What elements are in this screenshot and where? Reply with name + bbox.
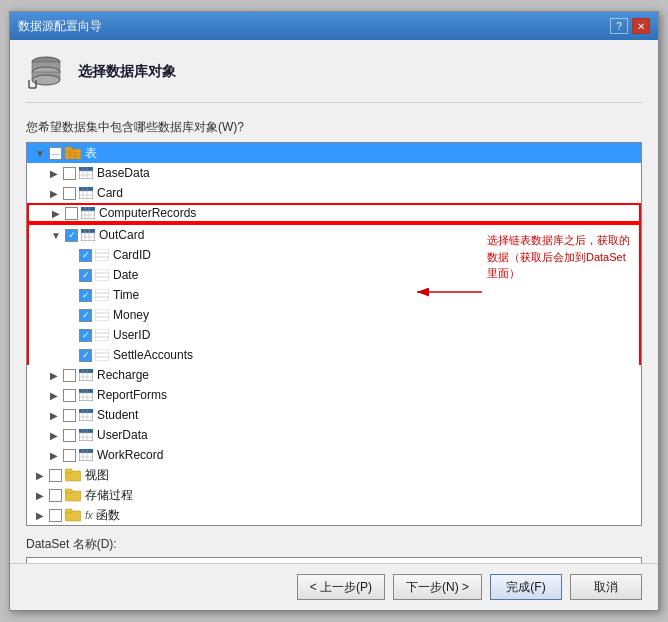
userdata-table-icon: [79, 429, 93, 441]
tables-folder-icon: [65, 146, 81, 160]
tree-item-userdata[interactable]: ▶ UserData: [27, 425, 641, 445]
tree-item-userid[interactable]: UserID: [29, 325, 639, 345]
view-folder-icon: [65, 468, 81, 482]
expand-tables-icon[interactable]: ▼: [33, 146, 47, 160]
svg-rect-81: [79, 449, 93, 453]
userdata-label: UserData: [97, 428, 148, 442]
help-button[interactable]: ?: [610, 18, 628, 34]
expand-student-icon[interactable]: ▶: [47, 408, 61, 422]
tree-item-settleaccounts[interactable]: SettleAccounts: [29, 345, 639, 365]
reportforms-table-icon: [79, 389, 93, 401]
tree-item-recharge[interactable]: ▶ Recharge: [27, 365, 641, 385]
tree-container[interactable]: ▼ 表 ▶: [26, 142, 642, 526]
checkbox-money[interactable]: [79, 309, 92, 322]
prev-button[interactable]: < 上一步(P): [297, 574, 385, 600]
checkbox-cardid[interactable]: [79, 249, 92, 262]
tree-item-outcard[interactable]: ▼ OutCard: [29, 225, 639, 245]
tree-item-reportforms[interactable]: ▶ ReportForms: [27, 385, 641, 405]
checkbox-recharge[interactable]: [63, 369, 76, 382]
svg-rect-63: [79, 389, 93, 393]
expand-recharge-icon[interactable]: ▶: [47, 368, 61, 382]
checkbox-settleaccounts[interactable]: [79, 349, 92, 362]
title-bar: 数据源配置向导 ? ✕: [10, 12, 658, 40]
settleaccounts-label: SettleAccounts: [113, 348, 193, 362]
expand-workrecord-icon[interactable]: ▶: [47, 448, 61, 462]
expand-reportforms-icon[interactable]: ▶: [47, 388, 61, 402]
computerrecords-table-icon: [81, 207, 95, 219]
tree-item-computerrecords[interactable]: ▶ ComputerRecords: [27, 203, 641, 223]
svg-rect-89: [65, 489, 72, 493]
checkbox-func[interactable]: [49, 509, 62, 522]
svg-rect-53: [95, 349, 109, 361]
workrecord-table-icon: [79, 449, 93, 461]
cardid-field-icon: [95, 249, 109, 261]
outcard-table-icon: [81, 229, 95, 241]
cancel-button[interactable]: 取消: [570, 574, 642, 600]
expand-basedata-icon[interactable]: ▶: [47, 166, 61, 180]
svg-rect-50: [95, 329, 109, 341]
svg-rect-15: [79, 167, 93, 171]
question-label: 您希望数据集中包含哪些数据库对象(W)?: [26, 119, 642, 136]
next-button[interactable]: 下一步(N) >: [393, 574, 482, 600]
tree-item-student[interactable]: ▶ Student: [27, 405, 641, 425]
basedata-table-icon: [79, 167, 93, 179]
tree-item-func-category[interactable]: ▶ fx 函数: [27, 505, 641, 525]
finish-button[interactable]: 完成(F): [490, 574, 562, 600]
checkbox-student[interactable]: [63, 409, 76, 422]
header-title: 选择数据库对象: [78, 63, 176, 81]
checkbox-outcard[interactable]: [65, 229, 78, 242]
checkbox-tables[interactable]: [49, 147, 62, 160]
checkbox-workrecord[interactable]: [63, 449, 76, 462]
checkbox-time[interactable]: [79, 289, 92, 302]
svg-rect-9: [65, 147, 72, 151]
checkbox-view[interactable]: [49, 469, 62, 482]
svg-rect-44: [95, 289, 109, 301]
recharge-table-icon: [79, 369, 93, 381]
tree-item-workrecord[interactable]: ▶ WorkRecord: [27, 445, 641, 465]
checkbox-userdata[interactable]: [63, 429, 76, 442]
student-label: Student: [97, 408, 138, 422]
tree-item-card[interactable]: ▶ Card: [27, 183, 641, 203]
outcard-group-border-top: ▼ OutCard: [27, 223, 641, 365]
expand-outcard-icon[interactable]: ▼: [49, 228, 63, 242]
svg-rect-47: [95, 309, 109, 321]
expand-storedproc-icon[interactable]: ▶: [33, 488, 47, 502]
tree-item-time[interactable]: Time: [29, 285, 639, 305]
tree-item-date[interactable]: Date: [29, 265, 639, 285]
expand-func-icon[interactable]: ▶: [33, 508, 47, 522]
main-dialog: 数据源配置向导 ? ✕: [9, 11, 659, 611]
checkbox-computerrecords[interactable]: [65, 207, 78, 220]
checkbox-reportforms[interactable]: [63, 389, 76, 402]
expand-card-icon[interactable]: ▶: [47, 186, 61, 200]
svg-rect-91: [65, 509, 72, 513]
tree-root-tables[interactable]: ▼ 表: [27, 143, 641, 163]
expand-userdata-icon[interactable]: ▶: [47, 428, 61, 442]
tree-item-view-category[interactable]: ▶ 视图: [27, 465, 641, 485]
time-label: Time: [113, 288, 139, 302]
checkbox-basedata[interactable]: [63, 167, 76, 180]
date-field-icon: [95, 269, 109, 281]
dataset-label: DataSet 名称(D):: [26, 536, 642, 553]
time-field-icon: [95, 289, 109, 301]
tree-item-basedata[interactable]: ▶ BaseData: [27, 163, 641, 183]
tree-item-storedproc-category[interactable]: ▶ 存储过程: [27, 485, 641, 505]
basedata-label: BaseData: [97, 166, 150, 180]
expand-view-icon[interactable]: ▶: [33, 468, 47, 482]
view-label: 视图: [85, 467, 109, 484]
svg-rect-21: [79, 187, 93, 191]
storedproc-folder-icon: [65, 488, 81, 502]
expand-computerrecords-icon[interactable]: ▶: [49, 206, 63, 220]
close-button[interactable]: ✕: [632, 18, 650, 34]
student-table-icon: [79, 409, 93, 421]
func-folder-icon: [65, 508, 81, 522]
checkbox-storedproc[interactable]: [49, 489, 62, 502]
svg-rect-69: [79, 409, 93, 413]
card-table-icon: [79, 187, 93, 199]
checkbox-date[interactable]: [79, 269, 92, 282]
button-bar: < 上一步(P) 下一步(N) > 完成(F) 取消: [10, 563, 658, 610]
tree-item-money[interactable]: Money: [29, 305, 639, 325]
tree-item-cardid[interactable]: CardID: [29, 245, 639, 265]
checkbox-card[interactable]: [63, 187, 76, 200]
checkbox-userid[interactable]: [79, 329, 92, 342]
svg-rect-75: [79, 429, 93, 433]
